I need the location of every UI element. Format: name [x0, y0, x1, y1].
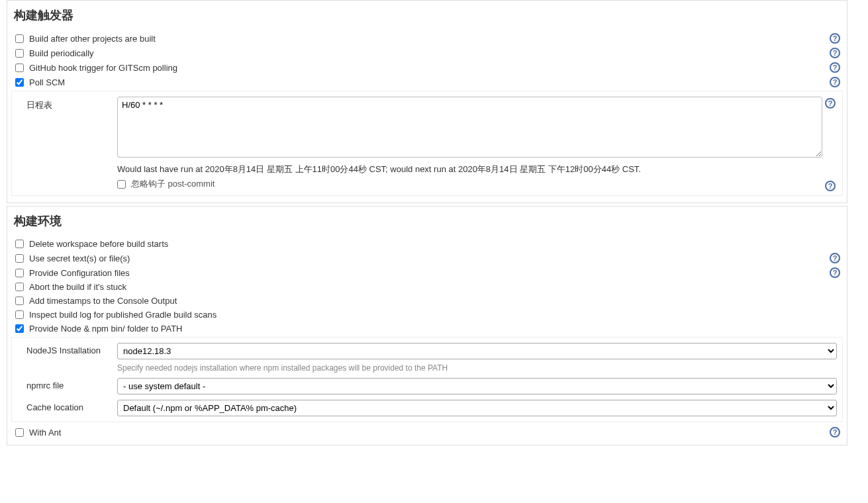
- env-with-ant: With Ant ?: [11, 425, 843, 439]
- label-build-periodically[interactable]: Build periodically: [29, 48, 826, 58]
- help-icon[interactable]: ?: [830, 77, 840, 87]
- label-poll-scm[interactable]: Poll SCM: [29, 77, 826, 87]
- label-build-after-others[interactable]: Build after other projects are built: [29, 34, 826, 44]
- svg-text:?: ?: [833, 254, 838, 262]
- help-icon[interactable]: ?: [830, 253, 840, 263]
- help-icon[interactable]: ?: [830, 48, 840, 58]
- cache-select[interactable]: Default (~/.npm or %APP_DATA% pm-cache): [117, 400, 837, 416]
- checkbox-poll-scm[interactable]: [15, 78, 24, 87]
- help-icon[interactable]: ?: [825, 98, 836, 109]
- svg-text:?: ?: [833, 269, 838, 277]
- svg-text:?: ?: [833, 64, 838, 71]
- svg-text:?: ?: [833, 78, 838, 86]
- trigger-github-hook: GitHub hook trigger for GITScm polling ?: [11, 60, 843, 75]
- help-icon[interactable]: ?: [830, 33, 840, 44]
- svg-text:?: ?: [828, 99, 833, 107]
- help-icon[interactable]: ?: [825, 181, 836, 191]
- checkbox-delete-workspace[interactable]: [15, 240, 24, 248]
- svg-text:?: ?: [828, 182, 833, 190]
- env-gradle-scans: Inspect build log for published Gradle b…: [11, 308, 843, 322]
- checkbox-gradle-scans[interactable]: [15, 310, 24, 319]
- poll-scm-config: 日程表 Would last have run at 2020年8月14日 星期…: [11, 91, 843, 196]
- section-title-triggers: 构建触发器: [14, 7, 843, 23]
- checkbox-with-ant[interactable]: [15, 428, 24, 437]
- svg-text:?: ?: [833, 428, 838, 436]
- env-abort-stuck: Abort the build if it's stuck: [11, 280, 843, 294]
- label-ignore-post-commit[interactable]: 忽略钩子 post-commit: [131, 178, 215, 190]
- env-provide-node: Provide Node & npm bin/ folder to PATH: [11, 322, 843, 336]
- env-delete-workspace: Delete workspace before build starts: [11, 237, 843, 251]
- checkbox-github-hook[interactable]: [15, 64, 24, 72]
- section-build-environment: 构建环境 Delete workspace before build start…: [7, 206, 847, 445]
- checkbox-abort-stuck[interactable]: [15, 283, 24, 291]
- svg-text:?: ?: [833, 49, 838, 57]
- env-timestamps: Add timestamps to the Console Output: [11, 294, 843, 308]
- label-gradle-scans[interactable]: Inspect build log for published Gradle b…: [29, 310, 840, 320]
- svg-text:?: ?: [833, 34, 838, 42]
- nodejs-install-select[interactable]: node12.18.3: [117, 343, 837, 359]
- label-delete-workspace[interactable]: Delete workspace before build starts: [29, 239, 840, 249]
- checkbox-provide-node[interactable]: [15, 324, 24, 333]
- label-abort-stuck[interactable]: Abort the build if it's stuck: [29, 282, 840, 292]
- nodejs-config: NodeJS Installation node12.18.3 Specify …: [11, 337, 843, 422]
- help-icon[interactable]: ?: [830, 62, 840, 73]
- label-config-files[interactable]: Provide Configuration files: [29, 268, 826, 278]
- checkbox-build-after-others[interactable]: [15, 34, 24, 43]
- cache-label: Cache location: [15, 400, 117, 412]
- label-timestamps[interactable]: Add timestamps to the Console Output: [29, 296, 840, 306]
- npmrc-select[interactable]: - use system default -: [117, 378, 837, 394]
- nodejs-install-label: NodeJS Installation: [15, 343, 117, 355]
- label-secret-text[interactable]: Use secret text(s) or file(s): [29, 253, 826, 263]
- npmrc-label: npmrc file: [15, 378, 117, 390]
- env-secret-text: Use secret text(s) or file(s) ?: [11, 251, 843, 265]
- help-icon[interactable]: ?: [830, 427, 840, 437]
- checkbox-build-periodically[interactable]: [15, 49, 24, 58]
- checkbox-secret-text[interactable]: [15, 254, 24, 263]
- checkbox-timestamps[interactable]: [15, 297, 24, 305]
- section-title-environment: 构建环境: [14, 213, 843, 229]
- nodejs-install-hint: Specify needed nodejs installation where…: [117, 363, 837, 373]
- schedule-textarea[interactable]: [117, 97, 822, 158]
- label-with-ant[interactable]: With Ant: [29, 428, 826, 437]
- trigger-build-after-others: Build after other projects are built ?: [11, 31, 843, 46]
- help-icon[interactable]: ?: [830, 267, 840, 278]
- label-github-hook[interactable]: GitHub hook trigger for GITScm polling: [29, 63, 826, 73]
- trigger-poll-scm: Poll SCM ?: [11, 75, 843, 89]
- env-config-files: Provide Configuration files ?: [11, 265, 843, 280]
- trigger-build-periodically: Build periodically ?: [11, 46, 843, 60]
- checkbox-config-files[interactable]: [15, 269, 24, 277]
- section-build-triggers: 构建触发器 Build after other projects are bui…: [7, 0, 847, 203]
- label-provide-node[interactable]: Provide Node & npm bin/ folder to PATH: [29, 324, 840, 334]
- checkbox-ignore-post-commit[interactable]: [117, 180, 126, 189]
- schedule-label: 日程表: [15, 97, 117, 111]
- schedule-hint: Would last have run at 2020年8月14日 星期五 上午…: [117, 160, 822, 175]
